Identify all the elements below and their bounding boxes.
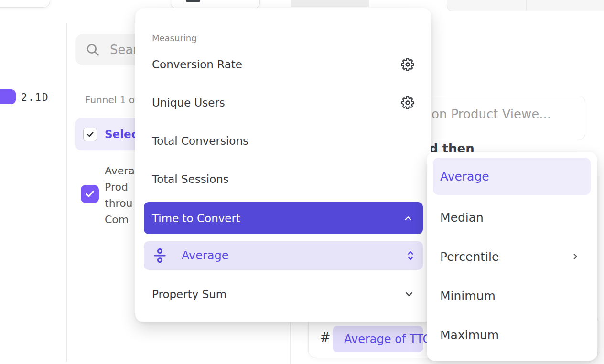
aggregation-item-maximum[interactable]: Maximum <box>427 316 597 353</box>
aggregation-item-minimum[interactable]: Minimum <box>427 277 597 314</box>
menu-subitem-average[interactable]: Average <box>144 241 423 270</box>
step-checkbox[interactable] <box>83 128 97 141</box>
chevron-updown-icon <box>406 250 415 261</box>
funnel-step-badge: 2.1D <box>21 92 49 103</box>
description-line: Prod <box>105 179 135 195</box>
menu-item-label: Total Conversions <box>152 135 248 147</box>
chevron-up-icon <box>403 213 413 224</box>
aggregation-item-label: Minimum <box>440 289 496 303</box>
aggregation-menu: Average Median Percentile Minimum Maximu… <box>427 152 597 361</box>
partial-button-top-center[interactable] <box>171 0 260 9</box>
menu-title: Measuring <box>152 33 197 43</box>
menu-item-total-conversions[interactable]: Total Conversions <box>135 122 431 160</box>
checkmark-icon <box>85 189 95 199</box>
metric-description: Avera Prod throu Com <box>105 163 135 228</box>
menu-item-label: Time to Convert <box>152 212 240 225</box>
search-placeholder: Sear <box>110 43 138 57</box>
measuring-menu: Measuring Conversion Rate Unique Users T… <box>135 8 431 322</box>
description-line: Com <box>105 212 135 228</box>
aggregation-item-label: Average <box>440 170 489 183</box>
chevron-down-icon <box>404 289 414 300</box>
menu-item-time-to-convert[interactable]: Time to Convert <box>144 202 423 234</box>
event-selector-label: on Product Viewe... <box>431 107 551 121</box>
metric-checkbox[interactable] <box>81 185 99 203</box>
chevron-right-icon <box>571 252 580 261</box>
description-line: Avera <box>105 163 135 179</box>
gear-icon[interactable] <box>401 58 414 71</box>
menu-item-total-sessions[interactable]: Total Sessions <box>135 160 431 198</box>
divide-icon <box>153 248 166 263</box>
aggregation-item-median[interactable]: Median <box>427 199 597 236</box>
search-icon <box>85 42 100 57</box>
menu-item-label: Property Sum <box>152 288 226 300</box>
number-format-symbol: # <box>320 330 331 344</box>
aggregation-item-label: Maximum <box>440 328 499 342</box>
partial-toolbar-top-right <box>447 0 604 11</box>
aggregation-item-average[interactable]: Average <box>433 158 591 195</box>
funnel-builder-screen: 2.1D Sear Funnel 1 of Selec Avera Prod t… <box>0 0 604 364</box>
menu-item-label: Unique Users <box>152 96 225 109</box>
funnel-counter-label: Funnel 1 of <box>85 94 138 106</box>
partial-gray-tab <box>291 0 369 7</box>
menu-item-unique-users[interactable]: Unique Users <box>135 84 431 122</box>
toolbar-divider <box>526 0 527 11</box>
aggregation-item-label: Percentile <box>440 250 499 264</box>
funnel-step-color-chip <box>0 89 16 104</box>
metric-selector-label: Average of TTC <box>344 332 431 346</box>
step-row-label: Selec <box>105 128 138 140</box>
checkmark-icon <box>86 130 95 139</box>
aggregation-item-percentile[interactable]: Percentile <box>427 238 597 275</box>
menu-subitem-label: Average <box>182 249 406 262</box>
partial-card-top-left <box>0 0 50 8</box>
partial-dark-icon <box>186 0 200 2</box>
menu-item-label: Conversion Rate <box>152 58 242 71</box>
description-line: throu <box>105 195 135 212</box>
menu-item-property-sum[interactable]: Property Sum <box>135 276 431 313</box>
gear-icon[interactable] <box>401 96 414 109</box>
aggregation-item-label: Median <box>440 211 484 225</box>
menu-item-conversion-rate[interactable]: Conversion Rate <box>135 45 431 84</box>
metric-selector-dropdown[interactable]: Average of TTC <box>333 326 423 352</box>
menu-item-label: Total Sessions <box>152 173 229 185</box>
left-pane-divider <box>66 23 67 362</box>
